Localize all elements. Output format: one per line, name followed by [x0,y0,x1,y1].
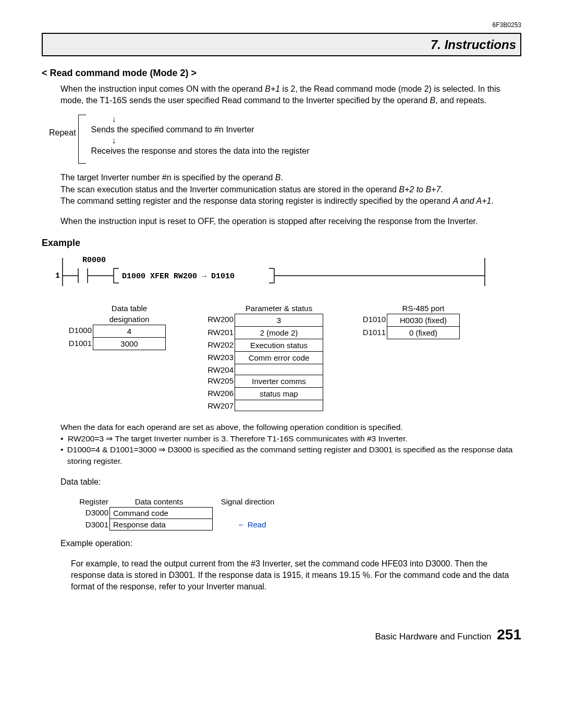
dt-direction [213,507,291,519]
example-heading: Example [42,237,521,250]
ladder-instruction-text: D1000 XFER RW200 → D1010 [122,272,235,281]
reg-label: RW202 [197,339,235,352]
text: The command setting register and the res… [60,196,452,205]
bullet-icon: • [60,433,68,445]
reg-value [235,400,323,411]
repeat-step-2: Receives the response and stores the dat… [91,145,310,157]
dt-head-direction: Signal direction [209,496,287,507]
repeat-steps: ↓ Sends the specified command to #n Inve… [86,115,310,157]
reg-label: D1000 [60,325,93,338]
example-operation-text: For example, to read the output current … [71,558,521,593]
reg-value: H0030 (fixed) [387,314,460,327]
footer-text: Basic Hardware and Function [375,632,492,641]
operand-a: A and A+1 [452,196,491,205]
text: The scan execution status and the Invert… [60,185,399,194]
text: , and repeats. [435,96,486,105]
register-tables-row: Data table designation D10004 D10013000 … [60,303,521,411]
table1-title: Data table designation [93,303,166,325]
ladder-diagram: R0000 1 D1000 XFER RW200 → D1010 [55,255,521,288]
reg-label: RW204 [197,364,235,375]
text: The target Inverter number #n is specifi… [60,173,275,182]
operand-b: B [275,173,281,182]
condition-intro: When the data for each operand are set a… [60,422,521,433]
text: . [491,196,493,205]
repeat-bracket [78,115,86,164]
repeat-step-1: Sends the specified command to #n Invert… [91,124,310,135]
dt-reg: D3001 [67,519,109,530]
chapter-header-bar: 7. Instructions [42,33,521,57]
operand-b1: B+1 [265,84,280,93]
operand-b: B [430,96,436,105]
reg-label: RW200 [197,314,235,327]
reg-label: RW206 [197,388,235,400]
bullet-2: D1000=4 & D1001=3000 ⇒ D3000 is specifie… [67,444,521,466]
dt-direction-read: ← Read [213,519,291,530]
paragraph-2: The target Inverter number #n is specifi… [60,172,521,207]
reg-label: D1010 [354,314,387,327]
data-table: Register Data contents Signal direction … [67,496,521,530]
repeat-label: Repeat [49,115,78,139]
reg-label: RW201 [197,327,235,339]
document-code: 6F3B0253 [42,21,521,30]
reg-label: D1011 [354,327,387,339]
operand-range: B+2 to B+7 [399,185,440,194]
bullet-icon: • [60,444,67,455]
dt-head-register: Register [67,496,109,507]
reg-value: 3 [235,314,323,327]
reg-value [235,364,323,375]
example-operation-heading: Example operation: [60,538,521,549]
table2-title: Parameter & status [235,303,323,314]
parameter-status-table: Parameter & status RW2003 RW2012 (mode 2… [197,303,323,411]
reg-value: Comm error code [235,352,323,364]
down-arrow-icon: ↓ [91,115,310,124]
reg-value: 0 (fixed) [387,327,460,339]
table3-title: RS-485 port [387,303,460,314]
bullet-1: RW200=3 ⇒ The target Inverter number is … [68,433,408,445]
reg-value: Inverter comms [235,375,323,388]
paragraph-1: When the instruction input comes ON with… [60,83,521,107]
section-title: < Read command mode (Mode 2) > [42,67,521,80]
rs485-port-table: RS-485 port D1010H0030 (fixed) D10110 (f… [354,303,460,411]
reg-value: status map [235,388,323,400]
text: . [280,173,283,182]
page-number: 251 [497,626,521,643]
dt-reg: D3000 [67,507,109,519]
dt-contents: Response data [109,519,213,530]
reg-label: RW207 [197,400,235,411]
text: . [440,185,443,194]
reg-label: RW205 [197,375,235,388]
reg-value: 4 [93,325,166,338]
reg-value: Execution status [235,339,323,352]
paragraph-5: When the instruction input is reset to O… [60,216,521,227]
ladder-rung-number: 1 [55,272,60,280]
dt-contents: Command code [109,507,213,519]
reg-label: RW203 [197,352,235,364]
reg-label: D1001 [60,338,93,350]
data-table-designation: Data table designation D10004 D10013000 [60,303,166,411]
page-footer: Basic Hardware and Function 251 [42,624,521,645]
reg-value: 2 (mode 2) [235,327,323,339]
down-arrow-icon: ↓ [91,136,310,145]
repeat-diagram: Repeat ↓ Sends the specified command to … [49,115,521,164]
data-table-heading: Data table: [60,476,521,488]
condition-bullets: When the data for each operand are set a… [60,422,521,467]
text: When the instruction input comes ON with… [60,84,265,93]
chapter-title: 7. Instructions [47,36,516,54]
ladder-relay-label: R0000 [82,256,106,265]
ladder-svg: R0000 1 D1000 XFER RW200 → D1010 [55,255,493,288]
reg-value: 3000 [93,338,166,350]
dt-head-contents: Data contents [109,496,209,507]
